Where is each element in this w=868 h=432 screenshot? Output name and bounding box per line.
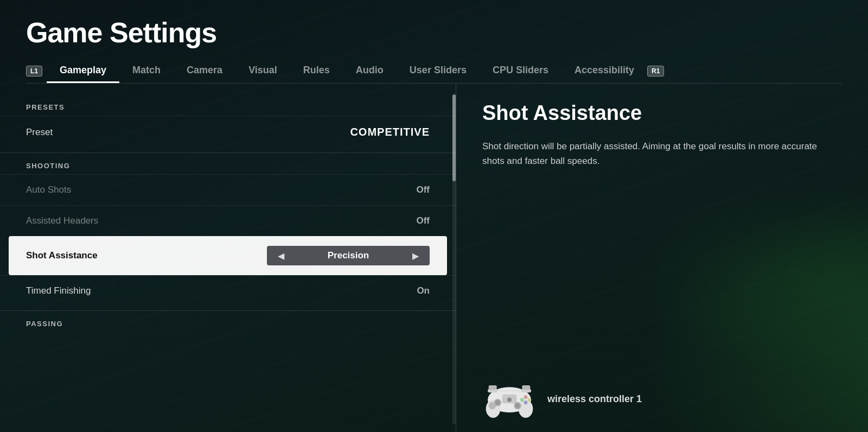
controller-section: wireless controller 1 xyxy=(482,371,842,418)
tab-match[interactable]: Match xyxy=(119,59,174,83)
selector-arrow-right[interactable]: ▶ xyxy=(410,251,421,261)
section-header-shooting: SHOOTING xyxy=(0,153,456,174)
svg-rect-7 xyxy=(522,385,530,390)
setting-label-shot-assistance: Shot Assistance xyxy=(26,250,98,261)
setting-row-shot-assistance[interactable]: Shot Assistance ◀ Precision ▶ xyxy=(9,236,447,275)
nav-tabs: L1 Gameplay Match Camera Visual Rules Au… xyxy=(26,59,842,84)
badge-r1: R1 xyxy=(647,66,664,77)
info-title: Shot Assistance xyxy=(482,101,842,126)
svg-point-17 xyxy=(507,398,512,402)
setting-row-assisted-headers[interactable]: Assisted Headers Off xyxy=(0,205,456,236)
setting-value-preset: COMPETITIVE xyxy=(350,126,430,138)
main-layout: PRESETS Preset COMPETITIVE SHOOTING Auto… xyxy=(0,84,868,432)
section-header-passing: PASSING xyxy=(0,310,456,332)
tab-user-sliders[interactable]: User Sliders xyxy=(397,59,480,83)
svg-point-15 xyxy=(524,401,528,405)
svg-point-14 xyxy=(524,396,528,399)
selector-arrow-left[interactable]: ◀ xyxy=(276,251,286,261)
setting-value-assisted-headers: Off xyxy=(416,215,430,226)
setting-label-assisted-headers: Assisted Headers xyxy=(26,215,98,226)
tab-rules[interactable]: Rules xyxy=(290,59,343,83)
left-panel: PRESETS Preset COMPETITIVE SHOOTING Auto… xyxy=(0,84,456,432)
header: Game Settings L1 Gameplay Match Camera V… xyxy=(0,0,868,84)
svg-point-13 xyxy=(520,398,524,402)
svg-rect-6 xyxy=(489,385,497,390)
tab-gameplay[interactable]: Gameplay xyxy=(47,59,119,83)
shot-assistance-selector[interactable]: ◀ Precision ▶ xyxy=(267,246,430,265)
setting-label-timed-finishing: Timed Finishing xyxy=(26,285,91,296)
info-section: Shot Assistance Shot direction will be p… xyxy=(482,101,842,371)
scroll-track xyxy=(452,94,456,424)
tab-accessibility[interactable]: Accessibility xyxy=(561,59,647,83)
tab-visual[interactable]: Visual xyxy=(235,59,290,83)
tab-audio[interactable]: Audio xyxy=(343,59,397,83)
page-title: Game Settings xyxy=(26,17,842,48)
controller-icon xyxy=(482,380,537,418)
badge-l1: L1 xyxy=(26,66,42,77)
setting-row-timed-finishing[interactable]: Timed Finishing On xyxy=(0,275,456,306)
selector-value-shot-assistance: Precision xyxy=(286,250,410,261)
setting-value-timed-finishing: On xyxy=(417,285,430,296)
section-header-presets: PRESETS xyxy=(0,94,456,116)
controller-name: wireless controller 1 xyxy=(547,393,642,405)
scroll-thumb[interactable] xyxy=(452,94,456,181)
setting-row-preset[interactable]: Preset COMPETITIVE xyxy=(0,116,456,148)
setting-row-auto-shots[interactable]: Auto Shots Off xyxy=(0,174,456,205)
setting-label-preset: Preset xyxy=(26,127,53,138)
svg-point-11 xyxy=(515,404,520,408)
tab-cpu-sliders[interactable]: CPU Sliders xyxy=(480,59,561,83)
setting-label-auto-shots: Auto Shots xyxy=(26,185,71,195)
right-panel: Shot Assistance Shot direction will be p… xyxy=(456,84,868,432)
setting-value-auto-shots: Off xyxy=(416,185,430,195)
svg-point-12 xyxy=(489,402,496,409)
svg-point-16 xyxy=(527,398,531,402)
info-description: Shot direction will be partially assiste… xyxy=(482,139,829,168)
tab-camera[interactable]: Camera xyxy=(174,59,235,83)
svg-point-9 xyxy=(495,401,500,405)
